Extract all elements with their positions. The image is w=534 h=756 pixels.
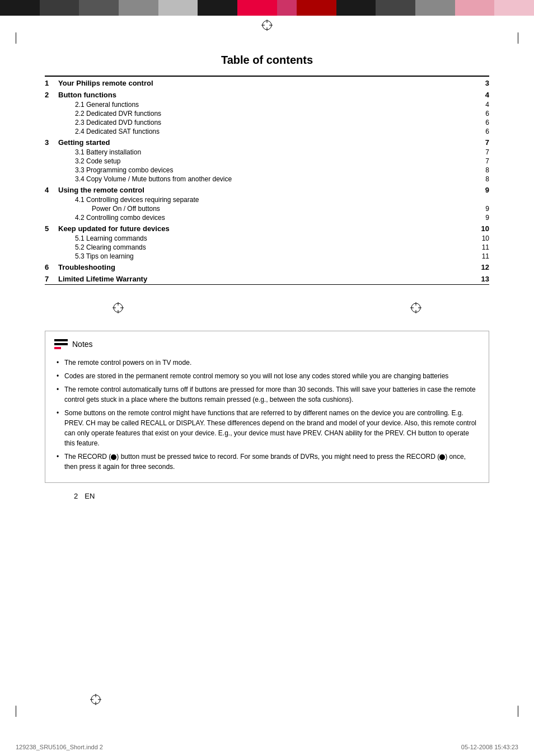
toc-section-title: Limited Lifetime Warranty xyxy=(58,273,470,285)
toc-section-row: 3Getting started7 xyxy=(45,136,489,148)
toc-section-title: Button functions xyxy=(58,88,470,100)
toc-sub-row: 4.2 Controlling combo devices9 xyxy=(45,213,489,222)
toc-sub-page: 6 xyxy=(470,109,489,118)
toc-sub-title: 3.3 Programming combo devices xyxy=(58,166,470,175)
toc-section-page: 9 xyxy=(470,184,489,195)
toc-sub-row: 2.1 General functions4 xyxy=(45,100,489,109)
toc-sub-row: 5.1 Learning commands10 xyxy=(45,234,489,243)
toc-section-page: 12 xyxy=(470,261,489,273)
toc-sub-row: 4.1 Controlling devices requiring separa… xyxy=(45,195,489,204)
toc-sub-extra-row: Power On / Off buttons9 xyxy=(45,204,489,213)
toc-sub-row: 5.2 Clearing commands11 xyxy=(45,243,489,252)
toc-section-row: 1Your Philips remote control3 xyxy=(45,76,489,88)
toc-section-page: 10 xyxy=(470,222,489,234)
toc-sub-page xyxy=(470,195,489,204)
toc-sub-title: 3.1 Battery installation xyxy=(58,148,470,157)
toc-sub-row: 2.2 Dedicated DVR functions6 xyxy=(45,109,489,118)
toc-section-number: 7 xyxy=(45,273,58,285)
toc-sub-row: 5.3 Tips on learning11 xyxy=(45,252,489,261)
toc-sub-title: 2.3 Dedicated DVD functions xyxy=(58,118,470,127)
page-lang: EN xyxy=(85,492,95,500)
toc-sub-title: 4.2 Controlling combo devices xyxy=(58,213,470,222)
toc-sub-title: 2.2 Dedicated DVR functions xyxy=(58,109,470,118)
notes-list-item: The remote control powers on in TV mode. xyxy=(54,356,480,369)
toc-section-title: Getting started xyxy=(58,136,470,148)
toc-sub-page: 9 xyxy=(470,213,489,222)
toc-sub-row: 3.4 Copy Volume / Mute buttons from anot… xyxy=(45,175,489,184)
toc-sub-page: 7 xyxy=(470,148,489,157)
toc-section-title: Your Philips remote control xyxy=(58,76,470,88)
page-border-lines-bottom xyxy=(0,706,534,717)
notes-header: Notes xyxy=(54,339,480,349)
toc-sub-title: 3.2 Code setup xyxy=(58,157,470,166)
notes-icon xyxy=(54,339,68,349)
footer-right: 05-12-2008 15:43:23 xyxy=(461,744,518,750)
toc-section-page: 3 xyxy=(470,76,489,88)
toc-section-title: Keep updated for future devices xyxy=(58,222,470,234)
toc-section-row: 6Troubleshooting12 xyxy=(45,261,489,273)
toc-sub-page: 8 xyxy=(470,166,489,175)
toc-section-number: 4 xyxy=(45,184,58,195)
notes-section: Notes The remote control powers on in TV… xyxy=(45,331,489,483)
toc-sub-title: 4.1 Controlling devices requiring separa… xyxy=(58,195,470,204)
toc-sub-title: 5.1 Learning commands xyxy=(58,234,470,243)
notes-list-item: The RECORD () button must be pressed twi… xyxy=(54,450,480,473)
main-content: Table of contents 1Your Philips remote c… xyxy=(0,54,534,500)
toc-sub-page: 11 xyxy=(470,243,489,252)
toc-sub-page: 11 xyxy=(470,252,489,261)
mid-crosshairs xyxy=(45,302,489,314)
toc-section-row: 7Limited Lifetime Warranty13 xyxy=(45,273,489,285)
bottom-crosshairs xyxy=(0,693,534,706)
toc-section-number: 6 xyxy=(45,261,58,273)
toc-sub-page: 4 xyxy=(470,100,489,109)
toc-sub-page: 6 xyxy=(470,127,489,136)
notes-title: Notes xyxy=(72,340,93,349)
toc-section-number: 3 xyxy=(45,136,58,148)
toc-section-number: 2 xyxy=(45,88,58,100)
page-number: 2 xyxy=(74,492,78,500)
footer: 129238_SRU5106_Short.indd 2 05-12-2008 1… xyxy=(0,744,534,750)
top-crosshair xyxy=(0,19,534,31)
toc-sub-row: 3.2 Code setup7 xyxy=(45,157,489,166)
toc-sub-page: 6 xyxy=(470,118,489,127)
notes-list-item: Codes are stored in the permanent remote… xyxy=(54,369,480,383)
page-border-lines-top xyxy=(0,32,534,44)
toc-section-page: 7 xyxy=(470,136,489,148)
toc-section-title: Using the remote control xyxy=(58,184,470,195)
toc-sub-row: 3.1 Battery installation7 xyxy=(45,148,489,157)
toc-section-row: 4Using the remote control9 xyxy=(45,184,489,195)
toc-section-page: 13 xyxy=(470,273,489,285)
toc-sub-title: 3.4 Copy Volume / Mute buttons from anot… xyxy=(58,175,470,184)
notes-list-item: Some buttons on the remote control might… xyxy=(54,406,480,450)
toc-sub-row: 2.4 Dedicated SAT functions6 xyxy=(45,127,489,136)
toc-section-page: 4 xyxy=(470,88,489,100)
toc-sub-page: 7 xyxy=(470,157,489,166)
toc-sub-row: 2.3 Dedicated DVD functions6 xyxy=(45,118,489,127)
toc-title: Table of contents xyxy=(45,54,489,67)
toc-section-number: 5 xyxy=(45,222,58,234)
top-color-bar xyxy=(0,0,534,16)
notes-list-item: The remote control automatically turns o… xyxy=(54,383,480,406)
toc-section-row: 5Keep updated for future devices10 xyxy=(45,222,489,234)
toc-sub-row: 3.3 Programming combo devices8 xyxy=(45,166,489,175)
toc-sub-page: 8 xyxy=(470,175,489,184)
toc-table: 1Your Philips remote control32Button fun… xyxy=(45,76,489,285)
notes-box: Notes The remote control powers on in TV… xyxy=(45,331,489,483)
page-number-area: 2 EN xyxy=(45,492,489,500)
footer-left: 129238_SRU5106_Short.indd 2 xyxy=(16,744,103,750)
toc-sub-title: 5.3 Tips on learning xyxy=(58,252,470,261)
notes-list: The remote control powers on in TV mode.… xyxy=(54,356,480,473)
toc-sub-title: 2.1 General functions xyxy=(58,100,470,109)
toc-sub-title: 5.2 Clearing commands xyxy=(58,243,470,252)
toc-sub-page: 10 xyxy=(470,234,489,243)
toc-sub-title: 2.4 Dedicated SAT functions xyxy=(58,127,470,136)
toc-section-number: 1 xyxy=(45,76,58,88)
toc-section-row: 2Button functions4 xyxy=(45,88,489,100)
toc-section-title: Troubleshooting xyxy=(58,261,470,273)
